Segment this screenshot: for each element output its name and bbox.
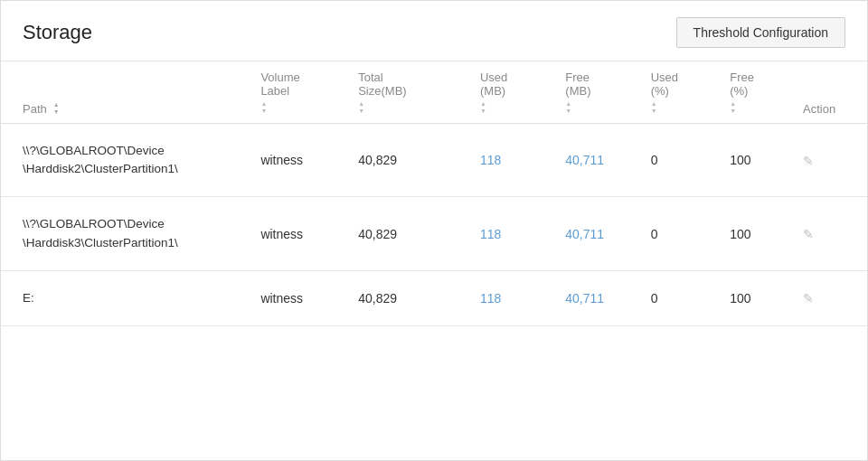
cell-used-mb: 118 [471,197,556,271]
cell-volume: witness [251,270,349,325]
cell-free-pct: 100 [721,123,794,197]
path-sort-icon[interactable]: ▲ ▼ [53,101,60,115]
cell-used-pct: 0 [642,197,722,271]
edit-icon[interactable]: ✎ [803,291,814,306]
col-used-pct-label: Used(%) [651,71,678,98]
page-title: Storage [23,21,92,44]
free-mb-sort-icon[interactable]: ▲ ▼ [565,100,571,116]
storage-table: Path ▲ ▼ VolumeLabel ▲ ▼ [1,61,867,326]
cell-used-pct: 0 [642,270,722,325]
table-header-row: Path ▲ ▼ VolumeLabel ▲ ▼ [1,61,867,123]
col-header-volume: VolumeLabel ▲ ▼ [251,61,349,123]
cell-used-mb: 118 [471,123,556,197]
path-value: \\?\GLOBALROOT\Device \Harddisk3\Cluster… [23,217,178,249]
cell-free-pct: 100 [721,197,794,271]
used-mb-sort-icon[interactable]: ▲ ▼ [480,100,486,116]
cell-action: ✎ [794,270,867,325]
col-header-free-pct: Free(%) ▲ ▼ [721,61,794,123]
cell-path: \\?\GLOBALROOT\Device \Harddisk2\Cluster… [1,123,251,197]
col-header-used-pct: Used(%) ▲ ▼ [642,61,722,123]
cell-used-pct: 0 [642,123,722,197]
total-sort-icon[interactable]: ▲ ▼ [358,100,364,116]
cell-action: ✎ [794,197,867,271]
path-value: \\?\GLOBALROOT\Device \Harddisk2\Cluster… [23,144,178,175]
col-path-label: Path [23,102,47,116]
col-free-pct-label: Free(%) [730,71,754,98]
table-body: \\?\GLOBALROOT\Device \Harddisk2\Cluster… [1,123,867,325]
cell-total: 40,829 [349,197,471,271]
col-header-used-mb: Used(MB) ▲ ▼ [471,61,556,123]
table-row: \\?\GLOBALROOT\Device \Harddisk3\Cluster… [1,197,867,271]
col-header-total-size: TotalSize(MB) ▲ ▼ [349,61,471,123]
cell-free-mb: 40,711 [556,123,641,197]
col-volume-label: VolumeLabel [260,71,299,98]
threshold-config-button[interactable]: Threshold Configuration [676,17,845,48]
cell-volume: witness [251,123,349,197]
path-value: E: [23,291,34,305]
col-free-mb-label: Free(MB) [565,71,590,98]
used-pct-sort-icon[interactable]: ▲ ▼ [651,100,657,116]
cell-volume: witness [251,197,349,271]
page-container: Storage Threshold Configuration Path ▲ ▼ [0,0,868,461]
col-header-free-mb: Free(MB) ▲ ▼ [556,61,641,123]
edit-icon[interactable]: ✎ [803,227,814,241]
col-used-mb-label: Used(MB) [480,71,507,98]
col-action-label: Action [803,102,835,116]
col-total-label: TotalSize(MB) [358,71,406,98]
free-pct-sort-icon[interactable]: ▲ ▼ [730,100,736,116]
table-row: E:witness40,82911840,7110100✎ [1,270,867,325]
cell-free-mb: 40,711 [556,270,641,325]
cell-path: \\?\GLOBALROOT\Device \Harddisk3\Cluster… [1,197,251,271]
volume-sort-icon[interactable]: ▲ ▼ [260,100,267,116]
page-header: Storage Threshold Configuration [1,1,867,61]
cell-used-mb: 118 [471,270,556,325]
cell-path: E: [1,270,251,325]
edit-icon[interactable]: ✎ [803,154,814,168]
table-row: \\?\GLOBALROOT\Device \Harddisk2\Cluster… [1,123,867,197]
cell-free-pct: 100 [721,270,794,325]
cell-total: 40,829 [349,270,471,325]
cell-total: 40,829 [349,123,471,197]
cell-action: ✎ [794,123,867,197]
cell-free-mb: 40,711 [556,197,641,271]
col-header-action: Action [794,61,867,123]
col-header-path: Path ▲ ▼ [1,61,251,123]
